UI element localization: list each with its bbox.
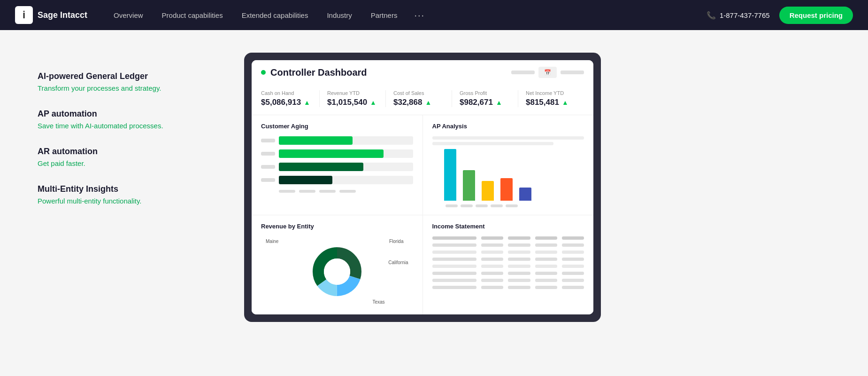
ap-analysis-title: AP Analysis [432,123,584,130]
kpi-label-0: Cash on Hand [261,90,312,96]
bar-row-3 [261,176,413,184]
kpi-label-2: Cost of Sales [393,90,444,96]
income-data-row [432,279,584,282]
kpi-arrow-3: ▲ [496,99,502,106]
income-data-row [432,258,584,261]
nav-link-extended[interactable]: Extended capabilities [234,8,316,23]
nav-link-product[interactable]: Product capabilities [154,8,230,23]
kpi-row: Cash on Hand $5,086,913 ▲ Revenue YTD $1… [252,85,593,115]
kpi-value-3: $982,671 ▲ [460,98,510,107]
sidebar-item-ap[interactable]: AP automation Save time with AI-automate… [38,109,216,130]
income-data-row [432,251,584,254]
calendar-icon: 📅 [544,69,551,76]
x-axis-label [299,190,315,193]
income-table [432,236,584,289]
ap-x-label [491,204,503,207]
x-axis-label [339,190,356,193]
income-data-row [432,243,584,247]
logo-icon: i [15,6,33,24]
request-pricing-button[interactable]: Request pricing [779,7,853,24]
bar-track-3 [279,176,413,184]
customer-aging-chart [261,136,413,184]
donut-label-texas: Texas [372,299,384,305]
ap-bar-0 [444,149,456,201]
donut-label-maine: Maine [266,239,278,244]
bar-fill-3 [279,176,332,184]
income-header-row [432,236,584,240]
dashboard-header: Controller Dashboard 📅 [252,60,593,85]
dashboard-wrapper: Controller Dashboard 📅 Cash on Hand $5,0… [244,53,601,322]
kpi-cost: Cost of Sales $32,868 ▲ [386,90,452,107]
sidebar-title-1: AP automation [38,109,216,119]
logo-text: Sage Intacct [38,10,87,20]
bar-row-2 [261,163,413,171]
sidebar-desc-0: Transform your processes and strategy. [38,84,216,92]
bar-track-1 [279,149,413,158]
charts-row-top: Customer Aging [252,115,593,215]
sidebar-item-multi-entity[interactable]: Multi-Entity Insights Powerful multi-ent… [38,184,216,205]
kpi-revenue: Revenue YTD $1,015,540 ▲ [320,90,386,107]
kpi-value-0: $5,086,913 ▲ [261,98,312,107]
kpi-value-4: $815,481 ▲ [526,98,576,107]
customer-aging-card: Customer Aging [252,115,422,215]
ap-bars [432,149,584,201]
kpi-cash: Cash on Hand $5,086,913 ▲ [261,90,320,107]
nav-link-industry[interactable]: Industry [319,8,359,23]
donut-label-florida: Florida [389,239,404,244]
ap-bar-4 [519,188,531,201]
navbar: i Sage Intacct Overview Product capabili… [0,0,868,30]
ap-label-row [432,136,584,140]
dashboard-inner: Controller Dashboard 📅 Cash on Hand $5,0… [252,60,593,314]
ap-x-label [506,204,518,207]
sidebar-item-ai-ledger[interactable]: AI-powered General Ledger Transform your… [38,71,216,92]
nav-more-dots[interactable]: ··· [408,6,430,24]
calendar-button[interactable]: 📅 [538,67,557,78]
dashboard-title: Controller Dashboard [261,67,367,78]
kpi-value-2: $32,868 ▲ [393,98,444,107]
bar-fill-1 [279,149,384,158]
nav-link-partners[interactable]: Partners [363,8,405,23]
x-axis-label [279,190,295,193]
kpi-label-4: Net Income YTD [526,90,576,96]
income-data-row [432,272,584,275]
kpi-label-1: Revenue YTD [327,90,378,96]
donut-label-california: California [388,260,408,265]
main-content: AI-powered General Ledger Transform your… [0,30,868,345]
kpi-label-3: Gross Profit [460,90,510,96]
kpi-arrow-2: ▲ [425,99,431,106]
sidebar-title-3: Multi-Entity Insights [38,184,216,194]
kpi-net-income: Net Income YTD $815,481 ▲ [518,90,584,107]
ap-bar-1 [463,170,475,201]
nav-link-overview[interactable]: Overview [106,8,151,23]
donut-hole [324,258,350,285]
nav-logo[interactable]: i Sage Intacct [15,6,87,24]
bar-row-0 [261,136,413,145]
ap-bar-2 [482,181,494,201]
x-axis-label [319,190,336,193]
ap-x-label [446,204,458,207]
income-statement-title: Income Statement [432,223,584,230]
left-sidebar: AI-powered General Ledger Transform your… [38,53,216,322]
customer-aging-title: Customer Aging [261,123,413,130]
sidebar-title-0: AI-powered General Ledger [38,71,216,81]
phone-icon: 📞 [707,11,716,20]
kpi-gross: Gross Profit $982,671 ▲ [452,90,518,107]
nav-phone[interactable]: 📞 1-877-437-7765 [707,11,770,20]
donut-svg [307,241,368,302]
ap-x-label [476,204,488,207]
kpi-arrow-1: ▲ [370,99,376,106]
sidebar-desc-2: Get paid faster. [38,159,216,167]
sidebar-item-ar[interactable]: AR automation Get paid faster. [38,147,216,167]
nav-links: Overview Product capabilities Extended c… [106,6,699,24]
bar-label-placeholder [261,139,275,142]
kpi-arrow-4: ▲ [562,99,568,106]
sidebar-desc-3: Powerful multi-entity functionality. [38,197,216,205]
income-statement-card: Income Statement [423,215,594,314]
bar-fill-0 [279,136,353,145]
bar-track-2 [279,163,413,171]
ap-bar-group-0 [432,149,456,201]
kpi-value-1: $1,015,540 ▲ [327,98,378,107]
revenue-entity-title: Revenue by Entity [261,223,413,230]
phone-number: 1-877-437-7765 [720,11,770,19]
bar-row-1 [261,149,413,158]
